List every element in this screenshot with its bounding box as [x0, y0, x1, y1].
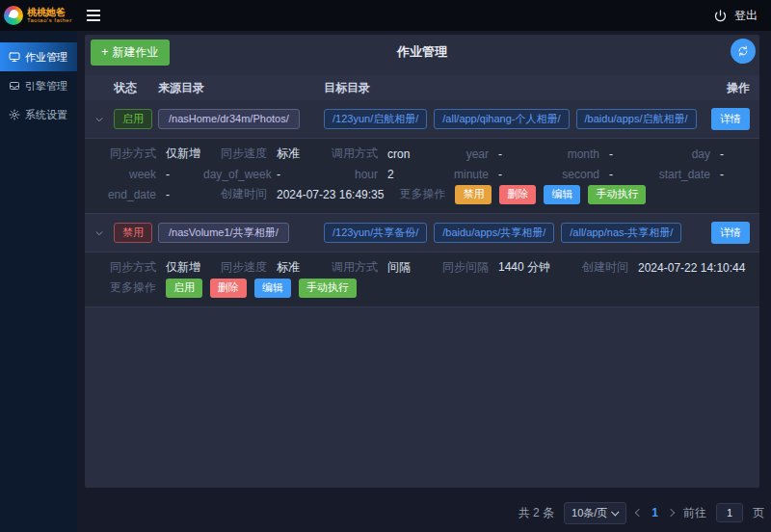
- delete-button[interactable]: 删除: [499, 185, 536, 204]
- header-target: 目标目录: [324, 80, 702, 96]
- detail-field-label: 创建时间: [565, 259, 628, 276]
- run-button[interactable]: 手动执行: [299, 279, 357, 298]
- sidebar-item-label: 系统设置: [25, 108, 67, 122]
- new-job-label: 新建作业: [113, 44, 159, 61]
- plus-icon: +: [101, 47, 109, 57]
- detail-field-label: 创建时间: [203, 186, 267, 202]
- detail-field-label: day: [647, 147, 710, 161]
- detail-field-value: -: [609, 147, 613, 161]
- detail-field-label: 同步速度: [203, 259, 267, 276]
- detail-field-value: -: [498, 168, 502, 181]
- sidebar-item-jobs[interactable]: 作业管理: [0, 42, 77, 71]
- app-logo-icon: [4, 6, 23, 25]
- logo-subtitle: Taotao's father: [27, 17, 72, 24]
- table-header-row: 状态 来源目录 目标目录 操作: [85, 75, 759, 100]
- menu-fold-icon[interactable]: [87, 10, 100, 21]
- topbar: 桃桃她爸 Taotao's father 登出: [0, 0, 771, 31]
- run-button[interactable]: 手动执行: [588, 185, 646, 204]
- source-dir-tag: /nasHome/dr34m/Photos/: [158, 109, 300, 129]
- detail-field-value: 2: [387, 168, 394, 181]
- detail-field-value: -: [720, 168, 724, 181]
- target-dir-tag: /all/app/nas-共享相册/: [561, 223, 681, 243]
- header-source: 来源目录: [158, 80, 324, 96]
- goto-label: 前往: [683, 505, 706, 521]
- detail-field-label: 调用方式: [314, 146, 378, 162]
- more-actions-label: 更多操作: [93, 279, 156, 296]
- detail-field-value: -: [609, 168, 613, 181]
- detail-field-label: minute: [425, 168, 489, 181]
- header-status: 状态: [114, 80, 158, 96]
- detail-field-value: 2024-07-23 16:49:35: [277, 188, 384, 201]
- detail-field-value: 标准: [277, 259, 300, 276]
- detail-field-label: start_date: [647, 168, 710, 181]
- detail-field-value: 1440 分钟: [498, 259, 550, 276]
- detail-field-value: -: [166, 188, 170, 201]
- header-actions: 操作: [702, 80, 759, 96]
- detail-field-label: 调用方式: [314, 259, 378, 276]
- current-page[interactable]: 1: [651, 506, 658, 519]
- detail-button[interactable]: 详情: [711, 222, 750, 244]
- jobs-card: + 新建作业 作业管理 状态 来源目录 目标目录 操作 启用 /: [85, 35, 759, 488]
- logout-button[interactable]: 登出: [734, 8, 758, 24]
- edit-button[interactable]: 编辑: [254, 279, 291, 298]
- row-detail: 同步方式仅新增 同步速度标准 调用方式cron year- month- day…: [85, 139, 759, 214]
- target-dir-tag: /123yun/启航相册/: [324, 109, 427, 129]
- detail-field-label: 同步间隔: [425, 259, 489, 276]
- sidebar-item-settings[interactable]: 系统设置: [0, 100, 77, 129]
- detail-field-value: cron: [387, 147, 410, 161]
- detail-field-value: 标准: [277, 146, 300, 162]
- detail-field-label: end_date: [93, 188, 156, 201]
- refresh-button[interactable]: [731, 39, 756, 64]
- detail-field-value: 仅新增: [166, 259, 200, 276]
- refresh-icon: [737, 45, 749, 57]
- logo-title: 桃桃她爸: [27, 7, 72, 17]
- gear-icon: [9, 109, 20, 120]
- new-job-button[interactable]: + 新建作业: [91, 40, 170, 66]
- table-row: 启用 /nasHome/dr34m/Photos/ /123yun/启航相册/ …: [85, 100, 759, 139]
- detail-field-value: -: [720, 147, 724, 161]
- detail-field-value: -: [498, 147, 502, 161]
- main-content: + 新建作业 作业管理 状态 来源目录 目标目录 操作 启用 /: [77, 31, 771, 532]
- page-title: 作业管理: [85, 43, 759, 61]
- delete-button[interactable]: 删除: [210, 279, 247, 298]
- sidebar-item-engines[interactable]: 引擎管理: [0, 71, 77, 100]
- expand-row-icon[interactable]: [94, 115, 104, 124]
- more-actions-label: 更多操作: [399, 186, 445, 202]
- chevron-right-icon: [667, 509, 675, 517]
- table-row: 禁用 /nasVolume1/共享相册/ /123yun/共享备份/ /baid…: [85, 214, 759, 253]
- card-header: + 新建作业 作业管理: [85, 35, 759, 69]
- goto-page-input[interactable]: [716, 503, 743, 522]
- detail-field-label: hour: [314, 168, 378, 181]
- detail-field-value: 2024-07-22 14:10:44: [638, 261, 745, 275]
- edit-button[interactable]: 编辑: [544, 185, 580, 204]
- target-dir-tag: /all/app/qihang-个人相册/: [434, 109, 569, 129]
- app-logo[interactable]: 桃桃她爸 Taotao's father: [0, 0, 77, 31]
- detail-field-label: 同步方式: [93, 259, 156, 276]
- target-dir-tag: /baidu/apps/共享相册/: [434, 223, 554, 243]
- total-count: 共 2 条: [518, 505, 554, 521]
- status-badge: 启用: [114, 109, 152, 129]
- enable-button[interactable]: 启用: [166, 279, 202, 298]
- sidebar: 作业管理 引擎管理 系统设置: [0, 31, 77, 532]
- detail-field-label: second: [536, 168, 599, 181]
- detail-field-label: month: [536, 147, 599, 161]
- power-icon[interactable]: [713, 9, 728, 23]
- source-dir-tag: /nasVolume1/共享相册/: [158, 223, 289, 243]
- prev-page-button[interactable]: [636, 510, 642, 516]
- status-badge: 禁用: [114, 223, 152, 243]
- target-dir-tag: /baidu/apps/启航相册/: [576, 109, 697, 129]
- pagination: 共 2 条 10条/页 1 前往 页: [518, 501, 764, 524]
- detail-field-value: 间隔: [387, 259, 411, 276]
- next-page-button[interactable]: [668, 510, 674, 516]
- sidebar-item-label: 引擎管理: [25, 79, 67, 93]
- page-unit-label: 页: [753, 505, 764, 521]
- page-size-select[interactable]: 10条/页: [564, 502, 626, 524]
- detail-button[interactable]: 详情: [711, 108, 750, 130]
- chevron-down-icon: [611, 508, 619, 516]
- sidebar-item-label: 作业管理: [25, 50, 67, 65]
- expand-row-icon[interactable]: [94, 228, 104, 238]
- monitor-icon: [9, 51, 20, 63]
- detail-field-label: 同步方式: [93, 146, 156, 162]
- disable-button[interactable]: 禁用: [455, 185, 492, 204]
- target-dir-tag: /123yun/共享备份/: [324, 223, 427, 243]
